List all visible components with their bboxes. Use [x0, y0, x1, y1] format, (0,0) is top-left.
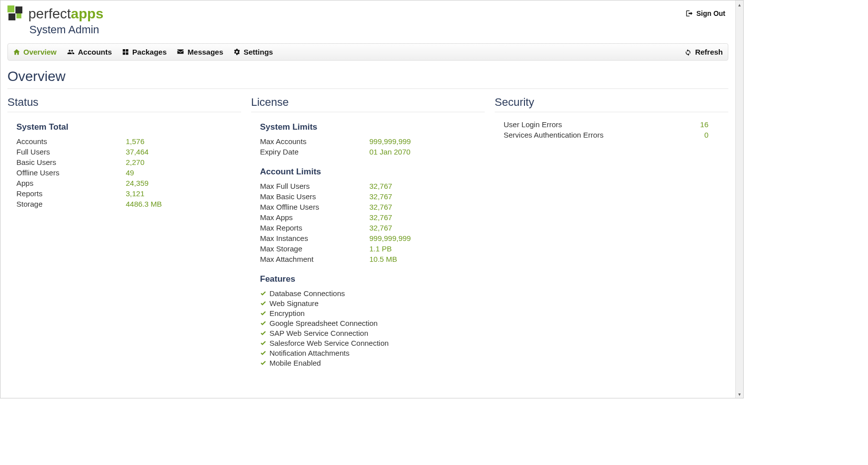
kv-value: 3,121 — [126, 189, 145, 198]
feature-label: Database Connections — [269, 289, 345, 298]
kv-label: Reports — [16, 189, 126, 198]
security-row: User Login Errors16 — [504, 120, 728, 129]
logo-icon — [7, 5, 24, 22]
security-value: 16 — [700, 120, 708, 129]
feature-label: SAP Web Service Connection — [269, 329, 368, 337]
security-label: User Login Errors — [504, 120, 562, 129]
feature-row: Web Signature — [260, 299, 485, 308]
feature-row: Google Spreadsheet Connection — [260, 319, 485, 327]
packages-icon — [122, 48, 129, 56]
features-heading: Features — [260, 274, 485, 284]
nav-overview-label: Overview — [23, 48, 57, 56]
kv-row: Expiry Date01 Jan 2070 — [260, 148, 485, 156]
kv-label: Offline Users — [16, 168, 126, 177]
nav-accounts-label: Accounts — [78, 48, 112, 56]
navbar: Overview Accounts Packages Messages — [7, 43, 728, 61]
feature-label: Web Signature — [269, 299, 319, 308]
brand-prefix: perfect — [28, 6, 71, 21]
check-icon — [260, 360, 266, 366]
kv-row: Offline Users49 — [16, 168, 241, 177]
status-column: Status System Total Accounts1,576Full Us… — [7, 96, 241, 369]
nav-overview[interactable]: Overview — [13, 48, 57, 56]
gear-icon — [233, 48, 241, 56]
kv-label: Storage — [16, 200, 126, 208]
kv-value: 2,270 — [126, 158, 145, 166]
envelope-icon — [176, 48, 184, 56]
feature-label: Mobile Enabled — [269, 359, 321, 367]
kv-label: Accounts — [16, 137, 126, 146]
kv-row: Accounts1,576 — [16, 137, 241, 146]
kv-label: Basic Users — [16, 158, 126, 166]
check-icon — [260, 320, 266, 326]
brand-text: perfectapps — [28, 6, 103, 22]
nav-messages[interactable]: Messages — [176, 48, 223, 56]
nav-messages-label: Messages — [187, 48, 223, 56]
kv-value: 1,576 — [126, 137, 145, 146]
scrollbar-down-icon[interactable]: ▾ — [736, 390, 743, 398]
refresh-button[interactable]: Refresh — [684, 48, 723, 56]
feature-label: Encryption — [269, 309, 305, 317]
refresh-icon — [684, 48, 692, 56]
kv-value: 32,767 — [369, 213, 392, 222]
kv-value: 1.1 PB — [369, 244, 392, 253]
scrollbar[interactable]: ▴ ▾ — [735, 0, 743, 398]
kv-row: Max Basic Users32,767 — [260, 192, 485, 201]
check-icon — [260, 300, 266, 307]
check-icon — [260, 310, 266, 316]
divider — [7, 88, 728, 89]
home-icon — [13, 48, 20, 56]
brand: perfectapps System Admin — [7, 5, 103, 36]
security-column: Security User Login Errors16Services Aut… — [495, 96, 728, 369]
kv-row: Reports3,121 — [16, 189, 241, 198]
feature-row: Encryption — [260, 309, 485, 317]
kv-row: Max Apps32,767 — [260, 213, 485, 222]
nav-accounts[interactable]: Accounts — [67, 48, 112, 56]
kv-label: Max Reports — [260, 224, 369, 232]
kv-label: Max Apps — [260, 213, 369, 222]
kv-value: 32,767 — [369, 224, 392, 232]
status-heading: Status — [7, 96, 241, 112]
kv-row: Max Instances999,999,999 — [260, 234, 485, 242]
kv-label: Expiry Date — [260, 148, 369, 156]
kv-row: Max Accounts999,999,999 — [260, 137, 485, 146]
sign-out-button[interactable]: Sign Out — [686, 5, 728, 17]
check-icon — [260, 330, 266, 336]
kv-label: Apps — [16, 179, 126, 187]
kv-value: 4486.3 MB — [126, 200, 162, 208]
feature-row: Database Connections — [260, 289, 485, 298]
kv-label: Full Users — [16, 148, 126, 156]
kv-label: Max Basic Users — [260, 192, 369, 201]
kv-row: Max Full Users32,767 — [260, 182, 485, 190]
kv-row: Full Users37,464 — [16, 148, 241, 156]
kv-row: Storage4486.3 MB — [16, 200, 241, 208]
kv-value: 49 — [126, 168, 134, 177]
nav-settings[interactable]: Settings — [233, 48, 273, 56]
kv-label: Max Accounts — [260, 137, 369, 146]
security-value: 0 — [704, 131, 708, 139]
check-icon — [260, 350, 266, 356]
feature-row: Salesforce Web Service Connection — [260, 339, 485, 347]
nav-packages[interactable]: Packages — [122, 48, 167, 56]
kv-row: Max Reports32,767 — [260, 224, 485, 232]
check-icon — [260, 290, 266, 297]
kv-label: Max Instances — [260, 234, 369, 242]
users-icon — [67, 48, 75, 56]
feature-label: Salesforce Web Service Connection — [269, 339, 389, 347]
kv-row: Max Attachment10.5 MB — [260, 255, 485, 263]
kv-label: Max Storage — [260, 244, 369, 253]
kv-value: 32,767 — [369, 192, 392, 201]
refresh-label: Refresh — [695, 48, 723, 56]
feature-row: SAP Web Service Connection — [260, 329, 485, 337]
kv-row: Apps24,359 — [16, 179, 241, 187]
sign-out-icon — [686, 9, 694, 17]
nav-packages-label: Packages — [132, 48, 167, 56]
security-row: Services Authentication Errors0 — [504, 131, 728, 139]
kv-label: Max Full Users — [260, 182, 369, 190]
brand-subtitle: System Admin — [29, 23, 103, 36]
kv-row: Max Offline Users32,767 — [260, 203, 485, 211]
kv-row: Basic Users2,270 — [16, 158, 241, 166]
sign-out-label: Sign Out — [696, 9, 725, 17]
account-limits-heading: Account Limits — [260, 167, 485, 177]
scrollbar-up-icon[interactable]: ▴ — [736, 0, 743, 8]
nav-settings-label: Settings — [244, 48, 273, 56]
